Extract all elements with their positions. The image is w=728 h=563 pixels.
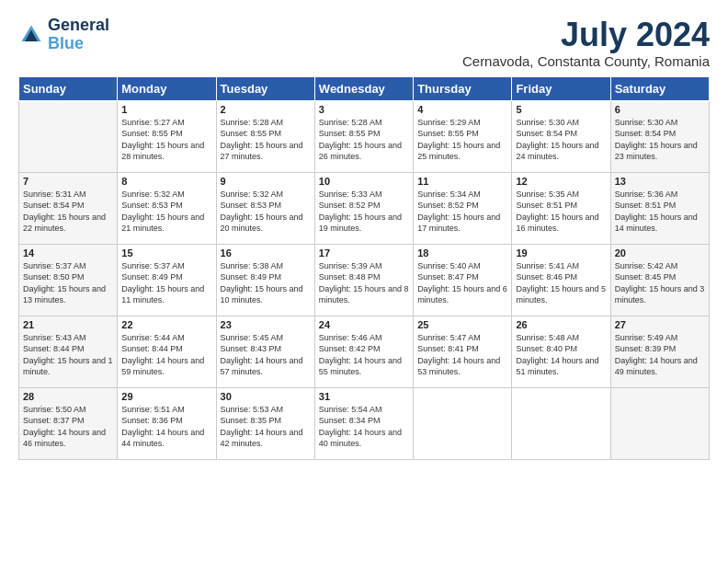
calendar-cell <box>512 387 610 459</box>
logo-text: General Blue <box>48 17 109 53</box>
cell-info: Sunrise: 5:29 AMSunset: 8:55 PMDaylight:… <box>417 117 507 163</box>
subtitle: Cernavoda, Constanta County, Romania <box>462 53 710 69</box>
day-number: 27 <box>615 319 705 330</box>
calendar-cell: 4 Sunrise: 5:29 AMSunset: 8:55 PMDayligh… <box>414 100 512 172</box>
calendar-cell: 3 Sunrise: 5:28 AMSunset: 8:55 PMDayligh… <box>314 100 413 172</box>
calendar-cell: 24 Sunrise: 5:46 AMSunset: 8:42 PMDaylig… <box>314 316 413 387</box>
day-number: 17 <box>319 247 409 259</box>
calendar-header: Sunday Monday Tuesday Wednesday Thursday… <box>19 76 710 100</box>
day-number: 6 <box>615 104 705 115</box>
cell-info: Sunrise: 5:44 AMSunset: 8:44 PMDaylight:… <box>121 332 211 378</box>
calendar-cell <box>19 100 118 172</box>
day-number: 25 <box>417 319 507 330</box>
calendar-cell: 8 Sunrise: 5:32 AMSunset: 8:53 PMDayligh… <box>118 172 216 244</box>
calendar-cell: 1 Sunrise: 5:27 AMSunset: 8:55 PMDayligh… <box>118 100 216 172</box>
col-saturday: Saturday <box>610 76 709 100</box>
col-thursday: Thursday <box>414 76 512 100</box>
day-number: 24 <box>319 319 409 330</box>
day-number: 13 <box>615 176 705 187</box>
calendar-cell: 30 Sunrise: 5:53 AMSunset: 8:35 PMDaylig… <box>216 387 314 459</box>
calendar-cell: 26 Sunrise: 5:48 AMSunset: 8:40 PMDaylig… <box>512 316 610 387</box>
calendar-cell: 9 Sunrise: 5:32 AMSunset: 8:53 PMDayligh… <box>216 172 314 244</box>
day-number: 8 <box>121 176 211 187</box>
calendar-cell: 21 Sunrise: 5:43 AMSunset: 8:44 PMDaylig… <box>19 316 118 387</box>
col-wednesday: Wednesday <box>314 76 413 100</box>
header: General Blue July 2024 Cernavoda, Consta… <box>18 17 710 69</box>
cell-info: Sunrise: 5:30 AMSunset: 8:54 PMDaylight:… <box>615 117 705 163</box>
cell-info: Sunrise: 5:50 AMSunset: 8:37 PMDaylight:… <box>23 404 113 450</box>
day-number: 26 <box>516 319 606 330</box>
calendar-cell: 5 Sunrise: 5:30 AMSunset: 8:54 PMDayligh… <box>512 100 610 172</box>
main-title: July 2024 <box>462 17 710 53</box>
week-row-4: 21 Sunrise: 5:43 AMSunset: 8:44 PMDaylig… <box>19 316 710 387</box>
calendar-cell: 23 Sunrise: 5:45 AMSunset: 8:43 PMDaylig… <box>216 316 314 387</box>
calendar-cell: 15 Sunrise: 5:37 AMSunset: 8:49 PMDaylig… <box>118 244 216 316</box>
cell-info: Sunrise: 5:30 AMSunset: 8:54 PMDaylight:… <box>516 117 606 163</box>
logo-icon <box>18 22 44 48</box>
day-number: 23 <box>221 319 311 330</box>
cell-info: Sunrise: 5:38 AMSunset: 8:49 PMDaylight:… <box>221 260 311 306</box>
cell-info: Sunrise: 5:41 AMSunset: 8:46 PMDaylight:… <box>516 260 606 306</box>
week-row-3: 14 Sunrise: 5:37 AMSunset: 8:50 PMDaylig… <box>19 244 710 316</box>
cell-info: Sunrise: 5:46 AMSunset: 8:42 PMDaylight:… <box>319 332 409 378</box>
day-number: 22 <box>121 319 211 330</box>
calendar-cell: 27 Sunrise: 5:49 AMSunset: 8:39 PMDaylig… <box>610 316 709 387</box>
week-row-2: 7 Sunrise: 5:31 AMSunset: 8:54 PMDayligh… <box>19 172 710 244</box>
calendar-body: 1 Sunrise: 5:27 AMSunset: 8:55 PMDayligh… <box>19 100 710 459</box>
cell-info: Sunrise: 5:37 AMSunset: 8:50 PMDaylight:… <box>23 260 113 306</box>
cell-info: Sunrise: 5:36 AMSunset: 8:51 PMDaylight:… <box>615 189 705 235</box>
calendar-cell: 14 Sunrise: 5:37 AMSunset: 8:50 PMDaylig… <box>19 244 118 316</box>
calendar-cell: 11 Sunrise: 5:34 AMSunset: 8:52 PMDaylig… <box>414 172 512 244</box>
cell-info: Sunrise: 5:34 AMSunset: 8:52 PMDaylight:… <box>417 189 507 235</box>
calendar-cell: 20 Sunrise: 5:42 AMSunset: 8:45 PMDaylig… <box>610 244 709 316</box>
cell-info: Sunrise: 5:45 AMSunset: 8:43 PMDaylight:… <box>221 332 311 378</box>
calendar-cell: 13 Sunrise: 5:36 AMSunset: 8:51 PMDaylig… <box>610 172 709 244</box>
calendar-cell: 28 Sunrise: 5:50 AMSunset: 8:37 PMDaylig… <box>19 387 118 459</box>
cell-info: Sunrise: 5:27 AMSunset: 8:55 PMDaylight:… <box>121 117 211 163</box>
calendar-cell: 2 Sunrise: 5:28 AMSunset: 8:55 PMDayligh… <box>216 100 314 172</box>
header-row: Sunday Monday Tuesday Wednesday Thursday… <box>19 76 710 100</box>
day-number: 9 <box>221 176 311 187</box>
cell-info: Sunrise: 5:47 AMSunset: 8:41 PMDaylight:… <box>417 332 507 378</box>
day-number: 14 <box>23 247 113 259</box>
cell-info: Sunrise: 5:28 AMSunset: 8:55 PMDaylight:… <box>221 117 311 163</box>
cell-info: Sunrise: 5:35 AMSunset: 8:51 PMDaylight:… <box>516 189 606 235</box>
calendar-table: Sunday Monday Tuesday Wednesday Thursday… <box>18 76 710 460</box>
title-block: July 2024 Cernavoda, Constanta County, R… <box>462 17 710 69</box>
day-number: 20 <box>615 247 705 259</box>
col-monday: Monday <box>118 76 216 100</box>
day-number: 18 <box>417 247 507 259</box>
day-number: 3 <box>319 104 409 115</box>
calendar-cell <box>414 387 512 459</box>
day-number: 2 <box>221 104 311 115</box>
day-number: 10 <box>319 176 409 187</box>
cell-info: Sunrise: 5:49 AMSunset: 8:39 PMDaylight:… <box>615 332 705 378</box>
cell-info: Sunrise: 5:43 AMSunset: 8:44 PMDaylight:… <box>23 332 113 378</box>
cell-info: Sunrise: 5:51 AMSunset: 8:36 PMDaylight:… <box>121 404 211 450</box>
day-number: 4 <box>417 104 507 115</box>
calendar-cell: 22 Sunrise: 5:44 AMSunset: 8:44 PMDaylig… <box>118 316 216 387</box>
calendar-cell: 16 Sunrise: 5:38 AMSunset: 8:49 PMDaylig… <box>216 244 314 316</box>
cell-info: Sunrise: 5:39 AMSunset: 8:48 PMDaylight:… <box>319 260 409 306</box>
day-number: 31 <box>319 391 409 402</box>
calendar-cell: 18 Sunrise: 5:40 AMSunset: 8:47 PMDaylig… <box>414 244 512 316</box>
cell-info: Sunrise: 5:31 AMSunset: 8:54 PMDaylight:… <box>23 189 113 235</box>
week-row-5: 28 Sunrise: 5:50 AMSunset: 8:37 PMDaylig… <box>19 387 710 459</box>
page: General Blue July 2024 Cernavoda, Consta… <box>0 0 728 469</box>
calendar-cell <box>610 387 709 459</box>
week-row-1: 1 Sunrise: 5:27 AMSunset: 8:55 PMDayligh… <box>19 100 710 172</box>
cell-info: Sunrise: 5:48 AMSunset: 8:40 PMDaylight:… <box>516 332 606 378</box>
cell-info: Sunrise: 5:53 AMSunset: 8:35 PMDaylight:… <box>221 404 311 450</box>
cell-info: Sunrise: 5:32 AMSunset: 8:53 PMDaylight:… <box>221 189 311 235</box>
day-number: 21 <box>23 319 113 330</box>
calendar-cell: 29 Sunrise: 5:51 AMSunset: 8:36 PMDaylig… <box>118 387 216 459</box>
day-number: 16 <box>221 247 311 259</box>
logo-line2: Blue <box>48 35 109 53</box>
cell-info: Sunrise: 5:40 AMSunset: 8:47 PMDaylight:… <box>417 260 507 306</box>
cell-info: Sunrise: 5:54 AMSunset: 8:34 PMDaylight:… <box>319 404 409 450</box>
calendar-cell: 6 Sunrise: 5:30 AMSunset: 8:54 PMDayligh… <box>610 100 709 172</box>
cell-info: Sunrise: 5:42 AMSunset: 8:45 PMDaylight:… <box>615 260 705 306</box>
cell-info: Sunrise: 5:28 AMSunset: 8:55 PMDaylight:… <box>319 117 409 163</box>
calendar-cell: 12 Sunrise: 5:35 AMSunset: 8:51 PMDaylig… <box>512 172 610 244</box>
calendar-cell: 25 Sunrise: 5:47 AMSunset: 8:41 PMDaylig… <box>414 316 512 387</box>
